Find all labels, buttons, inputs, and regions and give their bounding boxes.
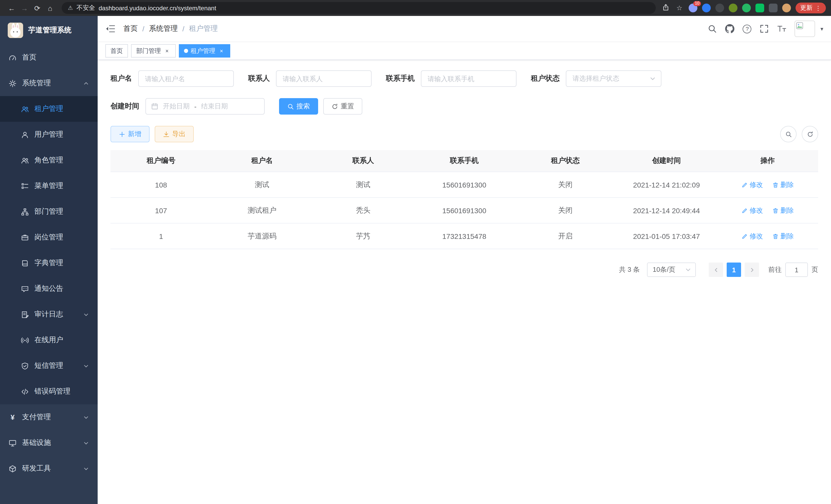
page-unit-label: 页 — [811, 265, 818, 274]
cell-status: 关闭 — [515, 172, 616, 198]
help-icon[interactable]: ? — [743, 24, 752, 33]
date-range-picker[interactable]: 开始日期 - 结束日期 — [145, 98, 265, 115]
edit-icon — [741, 207, 747, 213]
tab-home[interactable]: 首页 — [105, 44, 128, 58]
extension-icon-5[interactable] — [742, 4, 751, 12]
avatar-caret-icon[interactable]: ▾ — [821, 25, 823, 32]
sidebar-item-notice[interactable]: 通知公告 — [0, 276, 98, 302]
reset-button[interactable]: 重置 — [323, 98, 362, 115]
page-size-value: 10条/页 — [653, 265, 675, 274]
tab-department-management[interactable]: 部门管理 × — [131, 44, 176, 58]
goto-page-input[interactable] — [785, 263, 808, 277]
sidebar-item-home[interactable]: 首页 — [0, 45, 98, 70]
export-button[interactable]: 导出 — [155, 126, 194, 142]
delete-link[interactable]: 删除 — [772, 232, 794, 241]
browser-forward-button[interactable]: → — [18, 4, 31, 12]
sidebar-item-label: 系统管理 — [22, 79, 51, 88]
sidebar-collapse-icon[interactable] — [105, 24, 116, 34]
sidebar-item-menu-management[interactable]: 菜单管理 — [0, 173, 98, 199]
sidebar-item-tenant-management[interactable]: 租户管理 — [0, 96, 98, 122]
share-icon[interactable] — [661, 3, 670, 12]
user-avatar[interactable] — [795, 21, 815, 37]
menu-list-icon — [21, 182, 29, 190]
tab-label: 租户管理 — [191, 47, 215, 55]
extension-icon-1[interactable]: 10 — [689, 4, 697, 12]
refresh-table-button[interactable] — [802, 126, 818, 142]
page-number-1[interactable]: 1 — [727, 263, 741, 277]
delete-link[interactable]: 删除 — [772, 206, 794, 215]
extensions-puzzle-icon[interactable] — [769, 4, 778, 12]
cell-tenant-name: 芋道源码 — [211, 223, 312, 249]
sidebar-item-payment-management[interactable]: ¥ 支付管理 — [0, 404, 98, 430]
tab-label: 首页 — [111, 47, 123, 55]
user-icon — [21, 131, 29, 139]
github-icon[interactable] — [725, 24, 735, 33]
search-button[interactable]: 搜索 — [279, 98, 318, 115]
cell-contact: 芋艿 — [313, 223, 414, 249]
sidebar-item-error-code-management[interactable]: 错误码管理 — [0, 379, 98, 404]
delete-link[interactable]: 删除 — [772, 180, 794, 189]
browser-update-button[interactable]: 更新 ⋮ — [796, 3, 826, 13]
chevron-down-icon — [83, 466, 89, 471]
tab-close-icon[interactable]: × — [218, 48, 225, 54]
filter-label: 租户状态 — [531, 74, 560, 83]
cell-actions: 修改删除 — [717, 172, 818, 198]
logo-image — [8, 23, 23, 38]
sidebar-item-sms-management[interactable]: 短信管理 — [0, 353, 98, 379]
page-size-select[interactable]: 10条/页 — [647, 263, 696, 277]
sidebar-item-label: 在线用户 — [34, 335, 63, 345]
sidebar-item-infrastructure[interactable]: 基础设施 — [0, 430, 98, 456]
kebab-menu-icon[interactable]: ⋮ — [815, 4, 821, 11]
sidebar-item-audit-log[interactable]: 审计日志 — [0, 302, 98, 327]
status-select[interactable]: 请选择租户状态 — [566, 70, 661, 87]
extension-icon-6[interactable] — [755, 4, 764, 12]
table-header-row: 租户编号 租户名 联系人 联系手机 租户状态 创建时间 操作 — [111, 150, 818, 172]
breadcrumb: 首页 / 系统管理 / 租户管理 — [123, 24, 218, 33]
extension-icon-3[interactable] — [715, 4, 724, 12]
browser-back-button[interactable]: ← — [5, 4, 18, 12]
prev-page-button[interactable] — [709, 263, 723, 277]
edit-link[interactable]: 修改 — [741, 232, 763, 241]
security-label[interactable]: 不安全 — [77, 4, 95, 12]
sidebar-item-user-management[interactable]: 用户管理 — [0, 122, 98, 147]
extension-icon-2[interactable] — [702, 4, 711, 12]
extension-icon-4[interactable] — [729, 4, 738, 12]
sidebar-item-department-management[interactable]: 部门管理 — [0, 199, 98, 225]
phone-input[interactable] — [421, 70, 516, 87]
browser-home-button[interactable]: ⌂ — [44, 4, 57, 12]
next-page-button[interactable] — [745, 263, 759, 277]
sidebar-item-post-management[interactable]: 岗位管理 — [0, 225, 98, 250]
show-search-toggle-button[interactable] — [780, 126, 797, 142]
breadcrumb-home[interactable]: 首页 — [123, 24, 138, 33]
app-logo[interactable]: 芋道管理系统 — [0, 16, 98, 45]
sidebar-item-dict-management[interactable]: 字典管理 — [0, 250, 98, 276]
sidebar-item-label: 岗位管理 — [34, 233, 63, 242]
breadcrumb-section[interactable]: 系统管理 — [149, 24, 178, 33]
app-title: 芋道管理系统 — [28, 26, 71, 35]
url-text[interactable]: dashboard.yudao.iocoder.cn/system/tenant — [99, 4, 217, 11]
edit-icon — [741, 233, 747, 239]
browser-reload-button[interactable]: ⟳ — [31, 4, 44, 12]
sidebar-item-role-management[interactable]: 角色管理 — [0, 147, 98, 173]
edit-link[interactable]: 修改 — [741, 206, 763, 215]
address-bar[interactable]: ⚠ 不安全 dashboard.yudao.iocoder.cn/system/… — [62, 2, 656, 14]
bookmark-star-icon[interactable]: ☆ — [675, 4, 684, 12]
add-button[interactable]: 新增 — [111, 126, 149, 142]
font-size-icon[interactable] — [777, 24, 786, 33]
sidebar-item-online-users[interactable]: 在线用户 — [0, 327, 98, 353]
contact-input[interactable] — [276, 70, 372, 87]
tab-tenant-management[interactable]: 租户管理 × — [179, 44, 230, 58]
search-icon[interactable] — [708, 24, 717, 33]
filter-label: 联系手机 — [386, 74, 415, 83]
add-button-label: 新增 — [128, 129, 141, 139]
profile-avatar-icon[interactable] — [782, 4, 791, 12]
sidebar: 芋道管理系统 首页 系统管理 租户管理 用户管理 角色管理 菜单管理 — [0, 16, 98, 504]
sidebar-item-label: 研发工具 — [22, 464, 51, 473]
fullscreen-icon[interactable] — [760, 24, 769, 33]
edit-link[interactable]: 修改 — [741, 180, 763, 189]
sidebar-item-system-management[interactable]: 系统管理 — [0, 70, 98, 96]
tenant-name-input[interactable] — [138, 70, 234, 87]
tab-close-icon[interactable]: × — [164, 48, 171, 54]
download-icon — [163, 131, 170, 138]
sidebar-item-dev-tools[interactable]: 研发工具 — [0, 456, 98, 481]
